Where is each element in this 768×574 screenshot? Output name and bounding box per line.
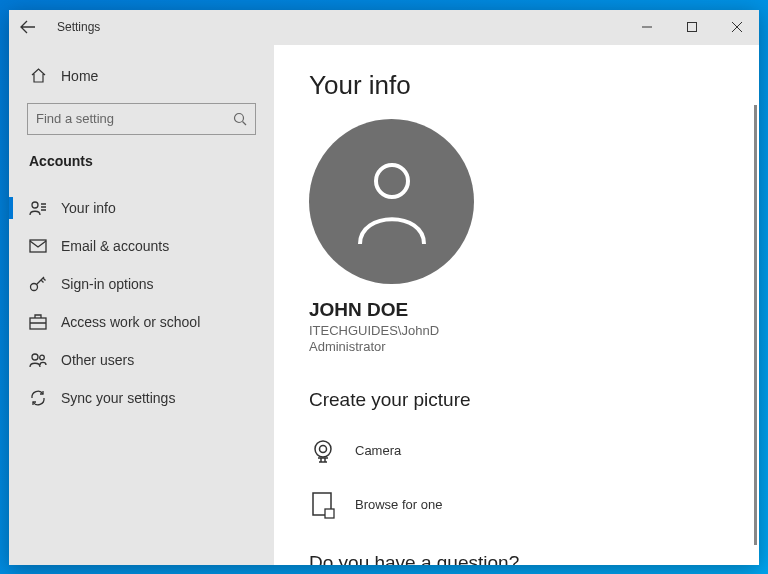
- window-controls: [624, 10, 759, 45]
- window-body: Home Accounts Your infoEmail & accountsS…: [9, 45, 759, 565]
- titlebar: Settings: [9, 10, 759, 45]
- mail-icon: [29, 237, 47, 255]
- nav-list: Your infoEmail & accountsSign-in options…: [9, 189, 274, 417]
- nav-item-label: Sync your settings: [61, 390, 175, 406]
- camera-option[interactable]: Camera: [309, 429, 719, 473]
- camera-label: Camera: [355, 443, 401, 458]
- svg-point-8: [376, 165, 408, 197]
- app-title: Settings: [57, 20, 100, 34]
- maximize-icon: [687, 22, 697, 32]
- page-title: Your info: [309, 70, 719, 101]
- svg-rect-3: [30, 240, 46, 252]
- briefcase-icon: [29, 313, 47, 331]
- back-arrow-icon: [20, 19, 36, 35]
- svg-point-9: [315, 441, 331, 457]
- question-heading: Do you have a question?: [309, 552, 719, 565]
- user-role: Administrator: [309, 339, 719, 354]
- nav-item-label: Email & accounts: [61, 238, 169, 254]
- sidebar: Home Accounts Your infoEmail & accountsS…: [9, 45, 274, 565]
- minimize-button[interactable]: [624, 10, 669, 45]
- people-icon: [29, 351, 47, 369]
- svg-point-7: [40, 355, 45, 360]
- settings-window: Settings Home: [9, 10, 759, 565]
- nav-item-your-info[interactable]: Your info: [9, 189, 274, 227]
- nav-item-sync-your-settings[interactable]: Sync your settings: [9, 379, 274, 417]
- titlebar-left: Settings: [17, 16, 100, 38]
- nav-item-email-accounts[interactable]: Email & accounts: [9, 227, 274, 265]
- nav-item-sign-in-options[interactable]: Sign-in options: [9, 265, 274, 303]
- back-button[interactable]: [17, 16, 39, 38]
- nav-item-other-users[interactable]: Other users: [9, 341, 274, 379]
- sidebar-section-label: Accounts: [9, 153, 274, 181]
- browse-icon: [309, 491, 337, 519]
- nav-item-label: Access work or school: [61, 314, 200, 330]
- sync-icon: [29, 389, 47, 407]
- home-button[interactable]: Home: [9, 59, 274, 93]
- camera-icon: [309, 437, 337, 465]
- person-icon: [352, 156, 432, 246]
- close-icon: [732, 22, 742, 32]
- scrollbar[interactable]: [754, 105, 757, 545]
- user-domain: ITECHGUIDES\JohnD: [309, 323, 719, 338]
- avatar: [309, 119, 474, 284]
- svg-point-1: [235, 113, 244, 122]
- content-pane[interactable]: Your info JOHN DOE ITECHGUIDES\JohnD Adm…: [274, 45, 759, 565]
- user-badge-icon: [29, 199, 47, 217]
- home-label: Home: [61, 68, 98, 84]
- search-input[interactable]: [36, 111, 233, 126]
- home-icon: [29, 67, 47, 85]
- minimize-icon: [642, 22, 652, 32]
- nav-item-label: Other users: [61, 352, 134, 368]
- create-picture-heading: Create your picture: [309, 389, 719, 411]
- user-name: JOHN DOE: [309, 299, 719, 321]
- svg-point-2: [32, 202, 38, 208]
- svg-point-6: [32, 354, 38, 360]
- search-icon: [233, 112, 247, 126]
- key-icon: [29, 275, 47, 293]
- nav-item-label: Your info: [61, 200, 116, 216]
- close-button[interactable]: [714, 10, 759, 45]
- browse-option[interactable]: Browse for one: [309, 483, 719, 527]
- svg-rect-12: [325, 509, 334, 518]
- browse-label: Browse for one: [355, 497, 442, 512]
- svg-point-10: [320, 445, 327, 452]
- maximize-button[interactable]: [669, 10, 714, 45]
- svg-rect-0: [687, 23, 696, 32]
- nav-item-access-work-or-school[interactable]: Access work or school: [9, 303, 274, 341]
- search-box[interactable]: [27, 103, 256, 135]
- nav-item-label: Sign-in options: [61, 276, 154, 292]
- svg-point-4: [31, 283, 38, 290]
